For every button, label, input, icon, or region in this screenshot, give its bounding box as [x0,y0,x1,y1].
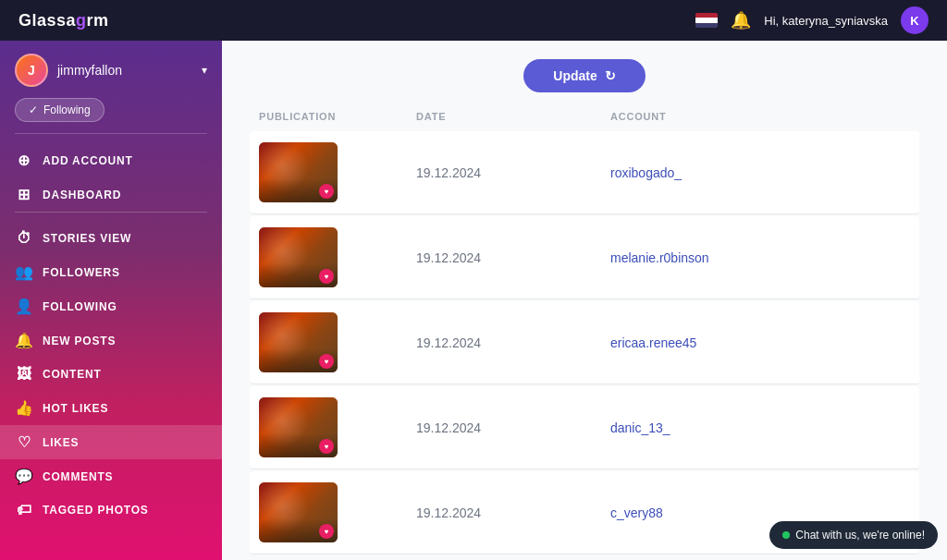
account-cell[interactable]: melanie.r0binson [610,250,795,265]
flag-icon[interactable] [695,13,718,28]
date-cell: 19.12.2024 [416,420,601,435]
following-label: Following [43,103,91,116]
stories-view-label: STORIES VIEW [43,232,131,245]
table-row: ♥ 19.12.2024 danic_13_ [250,386,919,469]
following-button[interactable]: ✓ Following [15,98,105,122]
refresh-icon: ↻ [605,68,616,83]
sidebar-item-likes[interactable]: ♡ LIKES [0,425,222,459]
account-cell[interactable]: ericaa.renee45 [610,335,795,350]
heart-badge: ♥ [319,269,334,284]
account-cell[interactable]: danic_13_ [610,420,795,435]
tagged-photos-label: TAGGED PHOTOS [43,504,149,517]
following-nav-label: FOLLOWING [43,300,117,313]
table-row: ♥ 19.12.2024 melanie.r0binson [250,216,919,299]
date-cell: 19.12.2024 [416,505,601,520]
account-cell[interactable]: c_very88 [610,505,795,520]
heart-badge: ♥ [319,524,334,539]
sidebar-item-stories-view[interactable]: ⏱ STORIES VIEW [0,222,222,255]
hot-likes-icon: 👍 [15,399,33,417]
add-account-label: ADD ACCOUNT [43,154,133,167]
main-layout: J jimmyfallon ▾ ✓ Following ⊕ ADD ACCOUN… [0,41,947,560]
heart-badge: ♥ [319,354,334,369]
publication-image[interactable]: ♥ [259,227,338,287]
bell-nav-icon: 🔔 [15,332,33,349]
account-cell[interactable]: roxibogado_ [610,165,795,180]
content-label: CONTENT [43,368,102,381]
sidebar-divider [15,133,207,134]
likes-icon: ♡ [15,433,33,451]
update-label: Update [553,68,596,83]
table-row: ♥ 19.12.2024 ericaa.renee45 [250,301,919,384]
publication-image[interactable]: ♥ [259,312,338,372]
dashboard-icon: ⊞ [15,186,33,203]
following-icon: 👤 [15,298,33,315]
clock-icon: ⏱ [15,230,33,247]
followers-icon: 👥 [15,263,33,281]
content-icon: 🖼 [15,366,33,383]
table-row: ♥ 19.12.2024 roxibogado_ [250,131,919,214]
sidebar: J jimmyfallon ▾ ✓ Following ⊕ ADD ACCOUN… [0,41,222,560]
header-username: Hi, kateryna_syniavska [764,14,888,28]
sidebar-item-following[interactable]: 👤 FOLLOWING [0,289,222,323]
sidebar-item-add-account[interactable]: ⊕ ADD ACCOUNT [0,143,222,177]
new-posts-label: NEW POSTS [43,335,116,347]
sidebar-user[interactable]: J jimmyfallon ▾ [0,41,222,94]
sidebar-item-comments[interactable]: 💬 COMMENTS [0,459,222,493]
chat-widget-text: Chat with us, we're online! [795,529,925,542]
header: Glassagrm 🔔 Hi, kateryna_syniavska K [0,0,947,41]
col-publication: PUBLICATION [259,111,407,122]
update-button[interactable]: Update ↻ [523,59,645,92]
sidebar-divider-2 [15,212,207,213]
publication-image[interactable]: ♥ [259,482,338,542]
date-cell: 19.12.2024 [416,335,601,350]
user-name: jimmyfallon [57,63,192,78]
heart-badge: ♥ [319,439,334,454]
tagged-photos-icon: 🏷 [15,502,33,518]
sidebar-item-content[interactable]: 🖼 CONTENT [0,358,222,391]
date-cell: 19.12.2024 [416,165,601,180]
table-header: PUBLICATION DATE ACCOUNT [250,111,919,131]
likes-label: LIKES [43,436,79,449]
col-account: ACCOUNT [610,111,795,122]
sidebar-item-new-posts[interactable]: 🔔 NEW POSTS [0,323,222,358]
followers-label: FOLLOWERS [43,266,120,279]
publication-image[interactable]: ♥ [259,397,338,457]
publication-image[interactable]: ♥ [259,142,338,202]
user-avatar: J [15,54,48,87]
sidebar-item-tagged-photos[interactable]: 🏷 TAGGED PHOTOS [0,493,222,527]
chevron-down-icon: ▾ [202,64,207,77]
logo: Glassagrm [18,11,109,30]
plus-circle-icon: ⊕ [15,152,33,169]
bell-icon[interactable]: 🔔 [731,10,751,30]
date-cell: 19.12.2024 [416,250,601,265]
sidebar-item-hot-likes[interactable]: 👍 HOT LIKES [0,391,222,425]
sidebar-item-dashboard[interactable]: ⊞ DASHBOARD [0,177,222,212]
following-check-icon: ✓ [29,103,38,116]
avatar[interactable]: K [901,6,929,34]
col-date: DATE [416,111,601,122]
header-right: 🔔 Hi, kateryna_syniavska K [695,6,929,34]
update-btn-row: Update ↻ [250,59,919,92]
main-content: Update ↻ PUBLICATION DATE ACCOUNT ♥ 19.1… [222,41,947,560]
comments-label: COMMENTS [43,470,113,483]
sidebar-item-followers[interactable]: 👥 FOLLOWERS [0,255,222,289]
hot-likes-label: HOT LIKES [43,402,108,415]
heart-badge: ♥ [319,184,334,199]
dashboard-label: DASHBOARD [43,189,121,201]
comments-icon: 💬 [15,468,33,485]
online-indicator [782,531,790,539]
chat-widget[interactable]: Chat with us, we're online! [769,521,938,549]
